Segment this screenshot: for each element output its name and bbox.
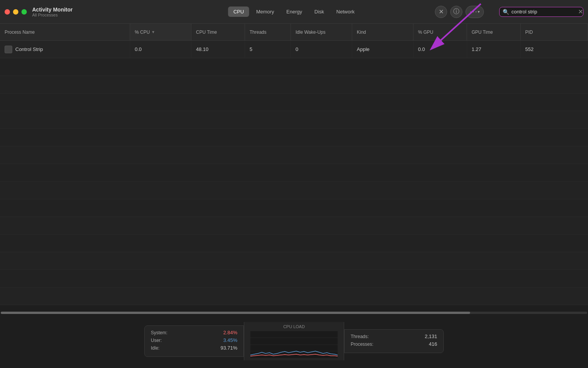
search-icon: 🔍: [503, 9, 509, 15]
info-icon: ⓘ: [453, 8, 459, 16]
cell-gpu-time: 1.27: [467, 41, 521, 58]
table-header: Process Name % CPU ▼ CPU Time Threads Id…: [0, 24, 588, 41]
empty-row: [0, 76, 588, 94]
col-header-cpu-time[interactable]: CPU Time: [191, 24, 245, 40]
processes-label: Processes:: [351, 342, 373, 347]
threads-row: Threads: 2,131: [351, 334, 437, 339]
empty-row: [0, 94, 588, 111]
col-header-gpu-time[interactable]: GPU Time: [467, 24, 521, 40]
empty-rows: [0, 58, 588, 305]
search-box: 🔍 ✕: [499, 7, 583, 17]
cpu-stats-panel: System: 2.84% User: 3.45% Idle: 93.71%: [144, 325, 244, 357]
cell-gpu-pct: 0.0: [413, 41, 467, 58]
empty-row: [0, 288, 588, 305]
scrollbar-thumb[interactable]: [1, 312, 470, 314]
system-row: System: 2.84%: [151, 330, 237, 335]
more-button[interactable]: ··· ▾: [466, 6, 484, 18]
processes-row: Processes: 416: [351, 341, 437, 347]
empty-row: [0, 199, 588, 217]
cell-idle-wakeups: 0: [291, 41, 352, 58]
empty-row: [0, 182, 588, 199]
user-label: User:: [151, 338, 162, 343]
empty-row: [0, 235, 588, 252]
empty-row: [0, 111, 588, 129]
tab-network[interactable]: Network: [331, 7, 360, 17]
cell-process-name: Control Strip: [0, 41, 130, 58]
cpu-load-chart: [250, 331, 338, 358]
app-title: Activity Monitor: [32, 7, 73, 13]
cell-threads: 5: [245, 41, 291, 58]
col-header-threads[interactable]: Threads: [245, 24, 291, 40]
empty-row: [0, 164, 588, 182]
search-input[interactable]: [511, 9, 576, 15]
maximize-button[interactable]: [21, 9, 27, 15]
empty-row: [0, 146, 588, 164]
col-header-idle-wakeups[interactable]: Idle Wake-Ups: [291, 24, 352, 40]
scrollbar-track[interactable]: [1, 312, 587, 314]
idle-label: Idle:: [151, 345, 160, 351]
col-header-cpu-pct[interactable]: % CPU ▼: [130, 24, 191, 40]
empty-row: [0, 129, 588, 146]
empty-row: [0, 217, 588, 235]
system-value: 2.84%: [223, 330, 237, 335]
user-value: 3.45%: [223, 337, 237, 343]
idle-value: 93.71%: [220, 345, 237, 351]
tab-cpu[interactable]: CPU: [228, 7, 249, 17]
threads-label: Threads:: [351, 334, 369, 339]
cell-pid: 552: [521, 41, 588, 58]
cpu-load-panel: CPU LOAD: [244, 322, 344, 360]
col-header-process-name[interactable]: Process Name: [0, 24, 130, 40]
cpu-load-title: CPU LOAD: [283, 324, 305, 329]
horizontal-scrollbar[interactable]: [0, 311, 588, 314]
bottom-stats: System: 2.84% User: 3.45% Idle: 93.71% C…: [0, 314, 588, 368]
sort-arrow-icon: ▼: [151, 30, 155, 34]
table-row[interactable]: Control Strip 0.0 48.10 5 0 Apple 0.0 1.…: [0, 41, 588, 58]
close-button[interactable]: [5, 9, 10, 15]
cell-cpu-pct: 0.0: [130, 41, 191, 58]
cell-kind: Apple: [352, 41, 413, 58]
cell-cpu-time: 48.10: [191, 41, 245, 58]
ellipsis-icon: ···: [470, 8, 478, 16]
info-button[interactable]: ⓘ: [450, 6, 462, 18]
processes-value: 416: [429, 341, 437, 347]
threads-value: 2,131: [425, 334, 437, 339]
empty-row: [0, 252, 588, 270]
search-clear-button[interactable]: ✕: [578, 9, 583, 15]
col-header-pid[interactable]: PID: [521, 24, 588, 40]
tab-disk[interactable]: Disk: [309, 7, 329, 17]
empty-row: [0, 270, 588, 288]
app-subtitle: All Processes: [32, 13, 73, 17]
col-header-gpu-pct[interactable]: % GPU: [413, 24, 467, 40]
idle-row: Idle: 93.71%: [151, 345, 237, 351]
col-header-kind[interactable]: Kind: [352, 24, 413, 40]
user-row: User: 3.45%: [151, 337, 237, 343]
x-icon: ✕: [439, 8, 444, 15]
close-process-button[interactable]: ✕: [435, 6, 447, 18]
system-label: System:: [151, 330, 167, 335]
process-list: Control Strip 0.0 48.10 5 0 Apple 0.0 1.…: [0, 41, 588, 305]
threads-panel: Threads: 2,131 Processes: 416: [344, 329, 444, 353]
chevron-down-icon: ▾: [478, 10, 480, 14]
empty-row: [0, 58, 588, 76]
tab-energy[interactable]: Energy: [281, 7, 307, 17]
tab-memory[interactable]: Memory: [251, 7, 279, 17]
process-icon: [5, 46, 12, 53]
minimize-button[interactable]: [13, 9, 18, 15]
